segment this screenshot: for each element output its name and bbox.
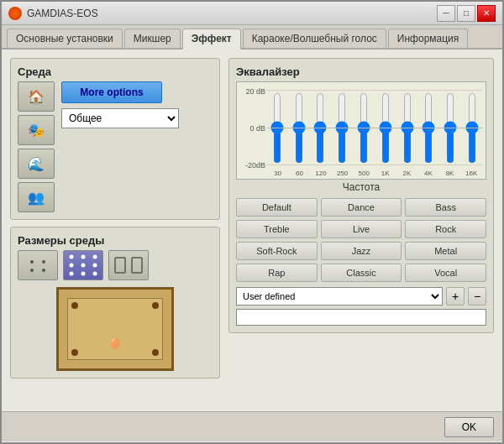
preset-jazz[interactable]: Jazz [321,242,402,260]
db-label-0: 0 dB [249,124,265,133]
svg-point-5 [81,255,86,259]
room-person-icon: 🥚 [108,337,122,349]
svg-point-10 [70,272,74,276]
add-preset-button[interactable]: + [446,287,465,306]
svg-point-8 [81,264,86,268]
env-icon-wave[interactable]: 🌊 [18,149,55,179]
freq-label-30: 30 [267,170,289,177]
size-title: Размеры среды [18,234,213,247]
title-bar: GAMDIAS-EOS ─ □ ✕ [2,2,502,25]
svg-point-0 [30,260,34,264]
size-section: Размеры среды [10,227,220,379]
env-icon-list: 🏠 🎭 🌊 👥 [18,81,55,212]
size-small-button[interactable] [18,250,58,280]
eq-chart: 20 dB 0 dB -20dB [236,81,486,180]
tab-info[interactable]: Информация [388,29,468,48]
freq-title: Частота [236,181,486,193]
size-small-icon [25,255,50,275]
right-panel: Эквалайзер 20 dB 0 dB -20dB [228,58,494,403]
svg-point-12 [93,272,97,276]
freq-label-120: 120 [310,170,332,177]
maximize-button[interactable]: □ [457,5,475,22]
freq-label-500: 500 [353,170,375,177]
preset-rap[interactable]: Rap [236,264,318,282]
tabs-bar: Основные установки Микшер Эффект Караоке… [2,25,502,50]
svg-point-4 [70,255,74,259]
tab-basic[interactable]: Основные установки [7,29,123,48]
speaker-br [152,349,159,356]
env-right: More options Общее Комната Зал Стадион [61,81,213,212]
remove-preset-button[interactable]: − [468,287,486,306]
eq-title: Эквалайзер [236,65,486,78]
db-label-20: 20 dB [245,87,265,96]
svg-rect-14 [132,258,142,273]
env-section: Среда 🏠 🎭 🌊 👥 More options Общее Комната [10,58,220,220]
preset-default[interactable]: Default [236,198,318,217]
more-options-button[interactable]: More options [61,81,162,103]
freq-label-8k: 8K [439,170,461,177]
env-title: Среда [18,65,213,78]
user-defined-select[interactable]: User defined [236,287,443,306]
user-preset-name-input[interactable] [236,309,486,326]
svg-point-11 [81,272,86,276]
preset-live[interactable]: Live [321,220,402,238]
freq-label-250: 250 [332,170,354,177]
env-icon-home[interactable]: 🏠 [18,81,55,112]
preset-metal[interactable]: Metal [405,242,486,260]
freq-label-1k: 1K [375,170,396,177]
freq-label-60: 60 [289,170,311,177]
eq-line-bottom [267,165,482,165]
env-dropdown[interactable]: Общее Комната Зал Стадион [61,108,179,128]
freq-label-4k: 4K [417,170,439,177]
room-visual: 🥚 [56,287,174,371]
eq-chart-inner: 20 dB 0 dB -20dB [240,86,482,170]
tab-karaoke[interactable]: Караоке/Волшебный голос [243,29,386,48]
env-icon-theatre[interactable]: 🎭 [18,115,55,145]
preset-dance[interactable]: Dance [321,198,402,217]
speaker-tl [71,302,78,309]
freq-label-16k: 16K [460,170,482,177]
size-large-button[interactable] [108,250,149,280]
close-button[interactable]: ✕ [477,5,496,22]
left-panel: Среда 🏠 🎭 🌊 👥 More options Общее Комната [10,58,220,403]
size-buttons [18,250,213,280]
db-label-minus20: -20dB [245,161,265,170]
svg-point-1 [42,260,45,264]
preset-soft-rock[interactable]: Soft-Rock [236,242,318,260]
bottom-bar: OK [2,411,502,441]
window: GAMDIAS-EOS ─ □ ✕ Основные установки Мик… [0,0,504,444]
preset-vocal[interactable]: Vocal [405,264,486,282]
size-medium-icon [67,253,99,278]
speaker-tr [152,302,159,309]
svg-point-3 [42,269,45,272]
preset-treble[interactable]: Treble [236,220,318,238]
speaker-bl [71,349,78,356]
svg-rect-13 [115,258,125,273]
preset-bass[interactable]: Bass [405,198,486,217]
main-content: Среда 🏠 🎭 🌊 👥 More options Общее Комната [2,50,502,411]
svg-point-9 [93,264,97,268]
freq-label-2k: 2K [396,170,418,177]
eq-line-mid [267,128,482,128]
tab-mixer[interactable]: Микшер [124,29,181,48]
app-icon [8,7,22,20]
ok-button[interactable]: OK [444,417,494,437]
svg-point-6 [93,255,97,259]
freq-labels-row: 30 60 120 250 500 1K 2K 4K 8K 16K [267,170,482,177]
env-content: 🏠 🎭 🌊 👥 More options Общее Комната Зал С… [18,81,213,212]
user-defined-row: User defined + − [236,287,486,306]
eq-line-top [267,90,482,91]
svg-point-2 [30,269,34,272]
env-icon-people[interactable]: 👥 [18,182,55,212]
preset-classic[interactable]: Classic [321,264,402,282]
size-medium-button[interactable] [63,250,103,280]
db-labels: 20 dB 0 dB -20dB [240,86,267,170]
tab-effect[interactable]: Эффект [182,29,241,50]
room-inner: 🥚 [67,298,163,360]
window-controls: ─ □ ✕ [437,5,496,22]
window-title: GAMDIAS-EOS [27,8,98,19]
preset-rock[interactable]: Rock [405,220,486,238]
minimize-button[interactable]: ─ [437,5,455,22]
preset-grid: Default Dance Bass Treble Live Rock Soft… [236,198,486,282]
eq-section: Эквалайзер 20 dB 0 dB -20dB [228,58,494,333]
